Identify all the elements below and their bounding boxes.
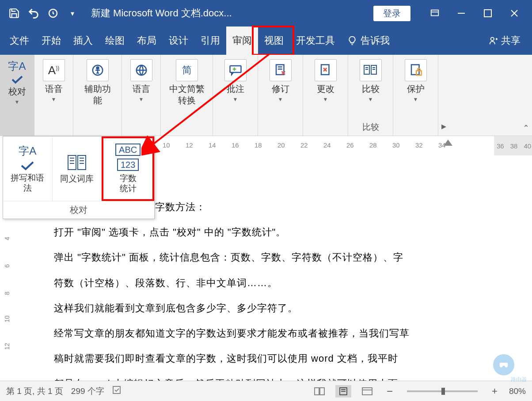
tab-insert[interactable]: 插入	[67, 26, 99, 55]
svg-point-6	[491, 38, 494, 41]
ribbon-protect[interactable]: 保护 ▼	[393, 55, 438, 136]
page-indicator[interactable]: 第 1 页, 共 1 页	[6, 386, 63, 397]
book-icon	[66, 154, 87, 171]
tab-home[interactable]: 开始	[35, 26, 67, 55]
spell-grammar-button[interactable]: 字A 拼写和语法	[3, 136, 53, 201]
ruler-indent-marker[interactable]	[444, 140, 452, 146]
undo-icon[interactable]	[24, 4, 43, 23]
tab-review[interactable]: 审阅	[226, 26, 258, 55]
speech-icon: A))	[43, 59, 65, 81]
tab-view[interactable]: 视图	[258, 26, 290, 55]
ribbon-chinese-conversion[interactable]: 简 中文简繁 转换	[161, 55, 213, 136]
language-icon	[130, 59, 152, 81]
svg-rect-27	[68, 155, 76, 170]
spell-check-icon[interactable]	[112, 385, 124, 397]
svg-rect-37	[315, 388, 319, 395]
ruler-end: 363840	[494, 136, 532, 155]
word-count-button[interactable]: ABC 123 字数统计	[102, 136, 154, 201]
chevron-down-icon: ▼	[15, 99, 20, 105]
chinese-conversion-icon: 简	[176, 59, 198, 81]
document-title: 新建 Microsoft Word 文档.docx...	[91, 7, 232, 20]
tell-me-search[interactable]: 告诉我	[341, 34, 396, 47]
svg-rect-28	[78, 155, 86, 170]
svg-rect-36	[113, 386, 120, 393]
chevron-down-icon: ▼	[139, 96, 144, 102]
doc-text: 稿时就需要我们即时查看文章的字数，这时我们可以使用 word 文档，我平时	[54, 346, 501, 371]
doc-text: 看字数方法：	[145, 194, 501, 219]
check-icon	[20, 161, 35, 170]
status-bar: 第 1 页, 共 1 页 299 个字 − + 80%	[0, 381, 532, 401]
web-layout-icon[interactable]	[359, 385, 375, 397]
tracking-icon	[270, 59, 292, 81]
tab-draw[interactable]: 绘图	[99, 26, 131, 55]
read-mode-icon[interactable]	[312, 385, 327, 397]
thesaurus-button[interactable]: 同义词库	[53, 136, 102, 201]
qat-customize-icon[interactable]: ▾	[63, 4, 82, 23]
maximize-icon[interactable]	[475, 0, 501, 26]
doc-text: 符数（计空格）、段落数、行、非中文单词……。	[54, 270, 501, 295]
tab-developer[interactable]: 开发工具	[290, 26, 341, 55]
svg-rect-38	[320, 388, 324, 395]
check-icon	[11, 75, 24, 84]
minimize-icon[interactable]	[448, 0, 475, 26]
watermark: 路由器	[487, 352, 527, 383]
share-icon	[489, 36, 498, 45]
svg-rect-46	[500, 363, 508, 366]
chevron-down-icon: ▼	[51, 96, 57, 102]
doc-text: 弹出 "字数统计" 面板，统计信息包含：页数、字数、字符数（不计空格）、字	[54, 245, 501, 270]
ribbon-comments[interactable]: 批注 ▼	[213, 55, 258, 136]
changes-icon	[315, 59, 337, 81]
collapse-ribbon-icon[interactable]: ⌃	[523, 123, 529, 133]
chevron-down-icon: ▼	[323, 96, 328, 102]
svg-rect-1	[431, 10, 439, 16]
chevron-down-icon: ▼	[233, 96, 238, 102]
compare-icon	[360, 59, 382, 81]
comment-icon	[224, 59, 247, 81]
zoom-in-button[interactable]: +	[488, 386, 501, 397]
accessibility-icon	[87, 59, 109, 81]
ribbon-compare[interactable]: 比较 ▼ 比较	[348, 55, 393, 136]
ribbon-accessibility[interactable]: 辅助功 能	[73, 55, 122, 136]
chevron-down-icon: ▼	[413, 96, 418, 102]
ribbon-tracking[interactable]: 修订 ▼	[258, 55, 303, 136]
login-button[interactable]: 登录	[373, 6, 410, 21]
close-icon[interactable]	[501, 0, 528, 26]
proofing-dropdown: 字A 拼写和语法 同义词库 ABC 123 字数统计 校对	[3, 136, 155, 219]
svg-rect-42	[362, 388, 372, 395]
chevron-down-icon: ▼	[368, 96, 373, 102]
ribbon-changes[interactable]: 更改 ▼	[303, 55, 348, 136]
redo-icon[interactable]	[43, 4, 63, 23]
zoom-level[interactable]: 80%	[509, 386, 526, 396]
tab-references[interactable]: 引用	[194, 26, 226, 55]
doc-text: 打开 "审阅" 选项卡，点击 "校对" 中的 "字数统计"。	[54, 219, 501, 245]
doc-text: 经常写文章的朋友都知道文字的字数达到要求才能发布或者被推荐，当我们写草	[54, 321, 501, 346]
ribbon-display-icon[interactable]	[422, 0, 448, 26]
ribbon: 字A 校对 ▼ A)) 语音 ▼ 辅助功 能 语言 ▼ 简 中文简繁 转换 批注…	[0, 55, 532, 136]
print-layout-icon[interactable]	[335, 385, 351, 397]
zoom-out-button[interactable]: −	[383, 385, 396, 397]
tab-file[interactable]: 文件	[4, 26, 35, 55]
ribbon-proofing[interactable]: 字A 校对 ▼	[0, 55, 34, 136]
lightbulb-icon	[347, 36, 357, 45]
svg-rect-3	[484, 10, 491, 17]
protect-icon	[405, 59, 427, 81]
title-bar: ▾ 新建 Microsoft Word 文档.docx... 登录	[0, 0, 532, 26]
popup-group-label: 校对	[3, 201, 154, 219]
ribbon-speech[interactable]: A)) 语音 ▼	[34, 55, 73, 136]
svg-point-8	[96, 67, 99, 69]
tab-layout[interactable]: 布局	[131, 26, 163, 55]
doc-text: 都是在 word 中编辑好文章后，然后再粘贴到网站上，这样我就可以使用上面	[54, 371, 501, 381]
ribbon-language[interactable]: 语言 ▼	[122, 55, 161, 136]
zoom-slider[interactable]	[407, 390, 478, 392]
save-icon[interactable]	[4, 4, 24, 23]
doc-text: 这样我们就能看到文章到底包含多少字、多少字符了。	[54, 295, 501, 321]
tab-design[interactable]: 设计	[163, 26, 194, 55]
ribbon-scroll-right[interactable]: ▸	[438, 55, 449, 136]
word-count-indicator[interactable]: 299 个字	[71, 386, 104, 397]
menu-bar: 文件 开始 插入 绘图 布局 设计 引用 审阅 视图 开发工具 告诉我 共享	[0, 26, 532, 55]
chevron-down-icon: ▼	[278, 96, 283, 102]
share-button[interactable]: 共享	[481, 34, 528, 47]
